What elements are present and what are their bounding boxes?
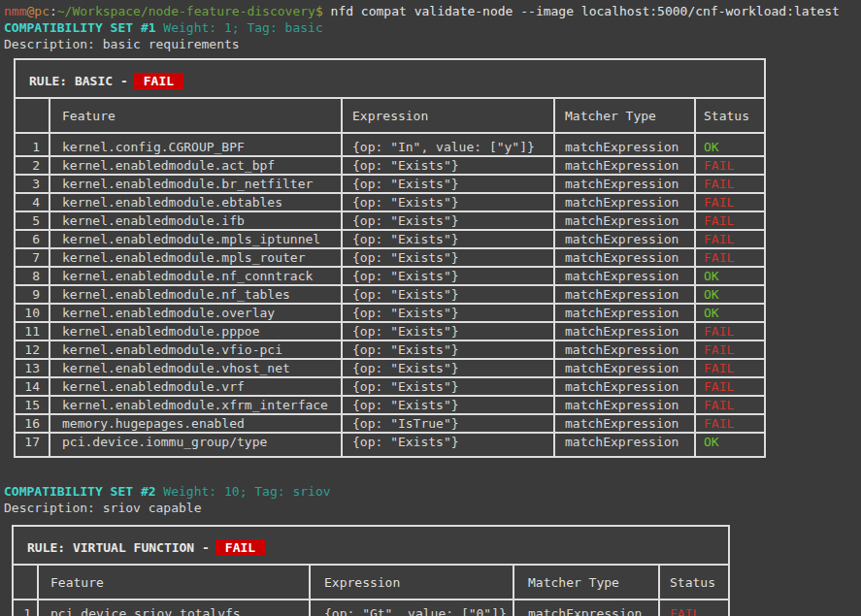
expression-cell: {op: "Exists"} <box>342 396 554 414</box>
table-row: 11kernel.enabledmodule.pppoe{op: "Exists… <box>15 322 765 340</box>
matcher-type-cell: matchExpression <box>554 230 695 248</box>
row-number-cell: 12 <box>15 340 50 359</box>
matcher-type-cell: matchExpression <box>554 267 695 285</box>
status-cell: FAIL <box>695 377 765 396</box>
expression-cell: {op: "In", value: ["y"]} <box>342 133 554 156</box>
expression-cell: {op: "Exists"} <box>342 211 554 230</box>
feature-cell: kernel.enabledmodule.mpls_iptunnel <box>50 230 342 248</box>
row-number-cell: 3 <box>15 175 50 193</box>
rule-header-cell: RULE: VIRTUAL FUNCTION -FAIL <box>13 526 729 565</box>
expression-cell: {op: "Exists"} <box>342 359 554 377</box>
set1-meta: Weight: 1; Tag: basic <box>156 20 323 35</box>
table-row: 2kernel.enabledmodule.act_bpf{op: "Exist… <box>15 156 765 175</box>
row-number-cell: 10 <box>15 304 50 322</box>
row-number-cell: 16 <box>15 414 50 433</box>
feature-cell: kernel.enabledmodule.nf_tables <box>50 285 342 304</box>
expression-cell: {op: "Exists"} <box>342 248 554 267</box>
feature-cell: kernel.enabledmodule.ifb <box>50 211 342 230</box>
feature-cell: kernel.enabledmodule.xfrm_interface <box>50 396 342 414</box>
matcher-type-cell: matchExpression <box>554 285 695 304</box>
rule-status-badge: FAIL <box>134 73 183 89</box>
matcher-type-cell: matchExpression <box>554 322 695 340</box>
rule-status-badge: FAIL <box>215 539 265 556</box>
table-row: 3kernel.enabledmodule.br_netfilter{op: "… <box>15 175 765 193</box>
col-header-expression: Expression <box>342 98 554 133</box>
status-cell: FAIL <box>695 230 765 248</box>
table-row: 4kernel.enabledmodule.ebtables{op: "Exis… <box>15 193 765 211</box>
status-cell: OK <box>695 304 765 322</box>
table-row: 6kernel.enabledmodule.mpls_iptunnel{op: … <box>15 230 765 248</box>
expression-cell: {op: "Exists"} <box>342 433 554 457</box>
table-row: 16memory.hugepages.enabled{op: "IsTrue"}… <box>15 414 765 433</box>
prompt-host: @pc <box>26 4 49 18</box>
col-header-feature: Feature <box>38 565 310 600</box>
set2-title: COMPATIBILITY SET #2 <box>4 484 156 499</box>
table-row: 12kernel.enabledmodule.vfio-pci{op: "Exi… <box>15 340 765 359</box>
status-cell: FAIL <box>695 414 765 433</box>
row-number-cell: 14 <box>15 377 50 396</box>
expression-cell: {op: "Exists"} <box>342 193 554 211</box>
rule-header-row: RULE: BASIC -FAIL <box>15 59 765 98</box>
status-cell: FAIL <box>695 193 765 211</box>
expression-cell: {op: "Gt", value: ["0"]} <box>310 600 513 616</box>
set2-title-line: COMPATIBILITY SET #2 Weight: 10; Tag: sr… <box>4 483 861 500</box>
shell-prompt-line: nmm@pc:~/Workspace/node-feature-discover… <box>4 3 861 19</box>
set1-title-line: COMPATIBILITY SET #1 Weight: 1; Tag: bas… <box>4 19 861 36</box>
status-cell: OK <box>695 285 765 304</box>
row-number-cell: 11 <box>15 322 50 340</box>
status-cell: FAIL <box>695 340 765 359</box>
col-header-expression: Expression <box>310 565 513 600</box>
prompt-path: ~/Workspace/node-feature-discovery <box>57 4 315 18</box>
matcher-type-cell: matchExpression <box>554 304 695 322</box>
row-number-cell: 6 <box>15 230 50 248</box>
feature-cell: pci.device.iommu_group/type <box>50 433 342 457</box>
table-row: 17pci.device.iommu_group/type{op: "Exist… <box>15 433 765 457</box>
col-header-matcher-type: Matcher Type <box>513 565 659 600</box>
matcher-type-cell: matchExpression <box>554 396 695 414</box>
feature-cell: kernel.enabledmodule.vfio-pci <box>50 340 342 359</box>
rule-label: RULE: VIRTUAL FUNCTION - <box>27 540 210 555</box>
row-number-cell: 4 <box>15 193 50 211</box>
matcher-type-cell: matchExpression <box>554 211 695 230</box>
col-header-index <box>15 98 50 133</box>
row-number-cell: 5 <box>15 211 50 230</box>
status-cell: FAIL <box>695 156 765 175</box>
col-header-index <box>13 565 38 600</box>
set2-meta: Weight: 10; Tag: sriov <box>156 484 331 499</box>
compatibility-table-1: RULE: BASIC -FAIL Feature Expression Mat… <box>14 58 766 458</box>
table-row: 14kernel.enabledmodule.vrf{op: "Exists"}… <box>15 377 765 396</box>
matcher-type-cell: matchExpression <box>554 193 695 211</box>
terminal-output: nmm@pc:~/Workspace/node-feature-discover… <box>0 0 861 616</box>
matcher-type-cell: matchExpression <box>554 340 695 359</box>
status-cell: FAIL <box>695 248 765 267</box>
expression-cell: {op: "Exists"} <box>342 175 554 193</box>
table-row: 13kernel.enabledmodule.vhost_net{op: "Ex… <box>15 359 765 377</box>
row-number-cell: 7 <box>15 248 50 267</box>
row-number-cell: 13 <box>15 359 50 377</box>
feature-cell: kernel.enabledmodule.ebtables <box>50 193 342 211</box>
col-header-matcher-type: Matcher Type <box>554 98 695 133</box>
row-number-cell: 9 <box>15 285 50 304</box>
expression-cell: {op: "Exists"} <box>342 285 554 304</box>
prompt-user: nmm <box>4 4 26 18</box>
expression-cell: {op: "Exists"} <box>342 304 554 322</box>
table-row: 15kernel.enabledmodule.xfrm_interface{op… <box>15 396 765 414</box>
set2-description: Description: sriov capable <box>4 500 861 516</box>
table-row: 1kernel.config.CGROUP_BPF{op: "In", valu… <box>15 133 765 156</box>
expression-cell: {op: "Exists"} <box>342 156 554 175</box>
feature-cell: kernel.config.CGROUP_BPF <box>50 133 342 156</box>
set1-title: COMPATIBILITY SET #1 <box>4 20 156 35</box>
status-cell: FAIL <box>695 322 765 340</box>
status-cell: FAIL <box>695 175 765 193</box>
row-number-cell: 1 <box>13 600 38 616</box>
blank-gap <box>4 458 861 483</box>
matcher-type-cell: matchExpression <box>554 133 695 156</box>
col-header-feature: Feature <box>50 98 342 133</box>
compatibility-table-2: RULE: VIRTUAL FUNCTION -FAIL Feature Exp… <box>12 525 730 616</box>
matcher-type-cell: matchExpression <box>554 359 695 377</box>
feature-cell: kernel.enabledmodule.br_netfilter <box>50 175 342 193</box>
feature-cell: kernel.enabledmodule.nf_conntrack <box>50 267 342 285</box>
column-header-row: Feature Expression Matcher Type Status <box>15 98 765 133</box>
row-number-cell: 15 <box>15 396 50 414</box>
rule-label: RULE: BASIC - <box>29 74 128 88</box>
